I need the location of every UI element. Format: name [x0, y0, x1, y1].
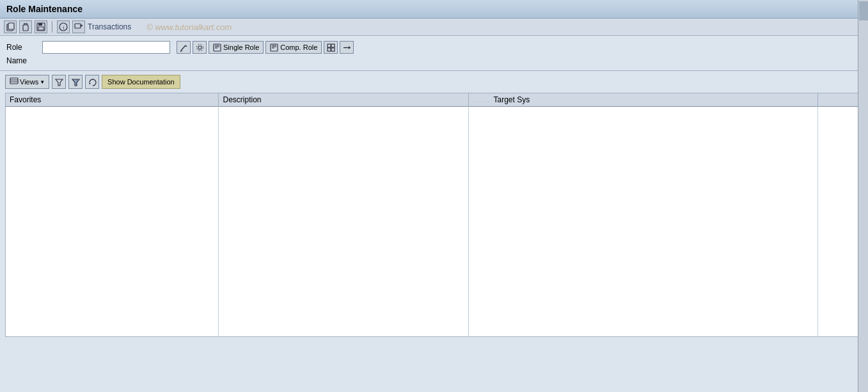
- table-body: [6, 107, 863, 337]
- table-row: [6, 164, 863, 176]
- svg-text:i: i: [63, 25, 65, 31]
- save-icon[interactable]: [35, 20, 47, 33]
- table-row: [6, 279, 863, 291]
- comp-role-button[interactable]: Comp. Role: [265, 41, 322, 54]
- svg-rect-31: [331, 48, 335, 51]
- info-icon[interactable]: i: [57, 20, 70, 33]
- filter-icon[interactable]: [52, 75, 66, 89]
- table-row: [6, 245, 863, 256]
- transactions-icon[interactable]: [72, 20, 85, 33]
- scrollbar-thumb[interactable]: [859, 1, 868, 20]
- svg-rect-2: [23, 25, 28, 31]
- comp-role-label: Comp. Role: [280, 43, 317, 51]
- svg-line-14: [181, 45, 185, 51]
- table-row: [6, 222, 863, 233]
- main-toolbar: i Transactions © www.tutorialkart.com: [0, 19, 868, 36]
- views-arrow-icon: ▼: [40, 79, 45, 85]
- svg-rect-1: [8, 23, 14, 29]
- page-wrapper: Role Maintenance i Transactions © www.tu…: [0, 0, 868, 392]
- table-row: [6, 325, 863, 337]
- grid-icon[interactable]: [324, 41, 338, 54]
- svg-marker-33: [349, 46, 351, 49]
- name-label: Name: [6, 56, 38, 65]
- main-area: Views ▼ Show Documentation: [0, 71, 868, 392]
- svg-point-18: [198, 46, 201, 49]
- copy-icon[interactable]: [4, 20, 17, 33]
- table-row: [6, 153, 863, 164]
- views-button[interactable]: Views ▼: [5, 75, 49, 89]
- data-table: Favorites Description ...... Target Sys: [5, 93, 863, 337]
- svg-rect-34: [10, 78, 18, 84]
- table-row: [6, 118, 863, 130]
- table-row: [6, 233, 863, 245]
- table-row: [6, 291, 863, 302]
- table-row: [6, 314, 863, 325]
- svg-rect-29: [331, 44, 335, 47]
- svg-marker-13: [81, 24, 83, 27]
- table-row: [6, 187, 863, 199]
- show-documentation-button[interactable]: Show Documentation: [102, 75, 180, 89]
- views-label: Views: [20, 78, 38, 86]
- svg-marker-39: [89, 82, 91, 84]
- table-row: [6, 256, 863, 268]
- refresh-icon[interactable]: [85, 75, 99, 89]
- name-row: Name: [6, 56, 862, 65]
- svg-rect-7: [38, 23, 42, 26]
- svg-line-15: [185, 45, 187, 47]
- secondary-toolbar: Views ▼ Show Documentation: [5, 75, 863, 89]
- col-target-sys: ...... Target Sys: [469, 93, 818, 107]
- role-buttons: Single Role Comp. Role: [177, 41, 354, 54]
- table-row: [6, 107, 863, 118]
- svg-point-19: [196, 44, 203, 51]
- table-row: [6, 199, 863, 210]
- svg-line-17: [180, 51, 181, 52]
- settings-role-icon[interactable]: [193, 41, 207, 54]
- col-description: Description: [219, 93, 469, 107]
- role-label: Role: [6, 43, 38, 52]
- role-input[interactable]: [42, 41, 170, 54]
- content-wrapper: Role Single Role Comp. Role: [0, 36, 868, 392]
- table-row: [6, 176, 863, 187]
- scrollbar[interactable]: [858, 0, 868, 392]
- table-row: [6, 210, 863, 222]
- svg-marker-38: [72, 79, 79, 86]
- filter-active-icon[interactable]: [68, 75, 83, 89]
- svg-rect-8: [38, 27, 43, 30]
- page-title: Role Maintenance: [6, 4, 83, 14]
- role-row: Role Single Role Comp. Role: [6, 41, 862, 54]
- single-role-button[interactable]: Single Role: [209, 41, 264, 54]
- title-bar: Role Maintenance: [0, 0, 868, 19]
- single-role-label: Single Role: [223, 43, 259, 51]
- toolbar-separator-1: [52, 21, 52, 33]
- delete-icon[interactable]: [19, 20, 32, 33]
- transactions-label[interactable]: Transactions: [88, 22, 131, 31]
- table-header: Favorites Description ...... Target Sys: [6, 93, 863, 107]
- edit-role-icon[interactable]: [177, 41, 191, 54]
- watermark: © www.tutorialkart.com: [146, 22, 232, 32]
- svg-marker-37: [56, 79, 63, 86]
- svg-rect-11: [75, 24, 81, 28]
- table-row: [6, 268, 863, 279]
- col-favorites: Favorites: [6, 93, 219, 107]
- table-row: [6, 302, 863, 314]
- table-header-row: Favorites Description ...... Target Sys: [6, 93, 863, 107]
- arrow-icon[interactable]: [340, 41, 354, 54]
- svg-rect-30: [327, 48, 331, 51]
- col-resize-dots[interactable]: ......: [473, 98, 491, 104]
- show-documentation-label: Show Documentation: [107, 78, 175, 86]
- table-row: [6, 130, 863, 141]
- form-area: Role Single Role Comp. Role: [0, 36, 868, 71]
- table-row: [6, 141, 863, 153]
- svg-rect-28: [327, 44, 331, 47]
- col-extra: [818, 93, 863, 107]
